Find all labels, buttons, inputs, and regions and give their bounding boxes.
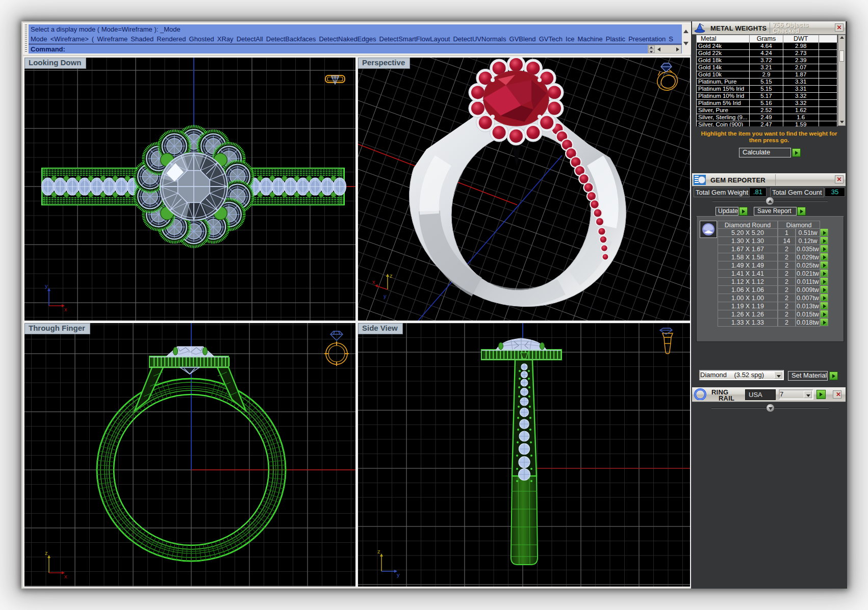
svg-text:y: y bbox=[384, 293, 387, 299]
svg-text:y: y bbox=[45, 283, 48, 289]
svg-text:x: x bbox=[64, 306, 67, 312]
svg-text:z: z bbox=[45, 550, 48, 556]
svg-text:y: y bbox=[397, 572, 400, 578]
svg-text:x: x bbox=[372, 279, 375, 285]
svg-text:x: x bbox=[64, 573, 67, 579]
svg-text:z: z bbox=[390, 273, 393, 279]
svg-text:z: z bbox=[377, 548, 380, 554]
